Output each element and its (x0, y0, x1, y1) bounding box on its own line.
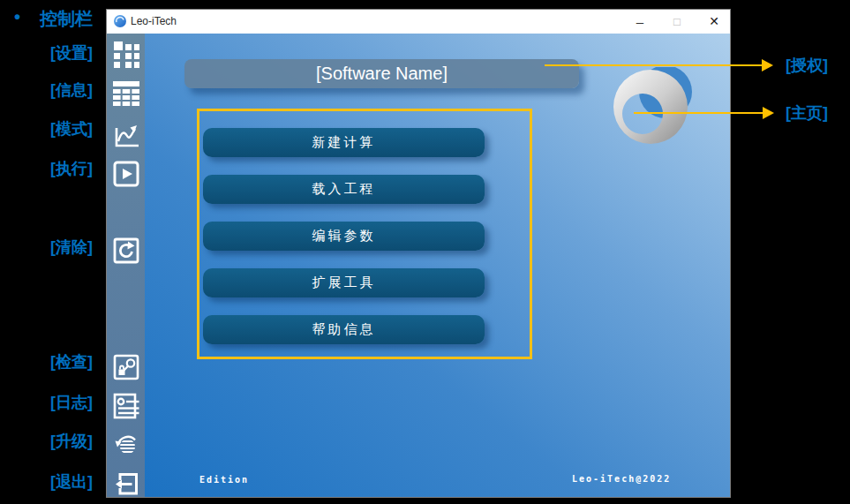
sidebar-item-log[interactable] (113, 393, 139, 419)
play-icon (113, 161, 139, 187)
annotation-control-bar: 控制栏 (40, 7, 93, 31)
sidebar-item-upgrade[interactable] (113, 432, 139, 458)
annotation-log: [日志] (50, 392, 93, 413)
annotation-clear: [清除] (50, 237, 93, 258)
extension-tools-button[interactable]: 扩展工具 (203, 268, 485, 297)
annotation-upgrade: [升级] (50, 431, 93, 452)
lock-key-icon (113, 354, 139, 380)
sidebar-item-exit[interactable] (113, 470, 139, 497)
annotation-run: [执行] (50, 158, 93, 179)
home-arrow (634, 107, 775, 119)
sidebar (107, 34, 145, 497)
copyright-label: Leo-iTech@2022 (572, 474, 671, 484)
annotation-home: [主页] (786, 102, 828, 124)
app-logo-icon (114, 15, 126, 27)
sidebar-item-check[interactable] (113, 354, 139, 380)
edition-label: Edition (199, 475, 249, 485)
close-button[interactable]: ✕ (703, 10, 726, 34)
annotation-exit: [退出] (50, 471, 93, 493)
edit-parameters-button[interactable]: 编辑参数 (203, 222, 485, 251)
sidebar-item-info[interactable] (113, 79, 139, 106)
sidebar-item-mode[interactable] (113, 122, 139, 148)
software-name-banner: [Software Name] (184, 59, 579, 88)
sync-sphere-icon (113, 432, 139, 458)
sidebar-item-clear[interactable] (113, 237, 139, 264)
arrow-head-icon (763, 107, 774, 119)
grid-icon (113, 41, 139, 68)
arrow-head-icon (762, 59, 773, 71)
curve-chart-icon (113, 122, 139, 148)
annotation-check: [检查] (50, 351, 93, 372)
annotation-license: [授权] (786, 55, 828, 76)
document-lines-icon (113, 393, 139, 419)
window-title: Leo-iTech (131, 15, 177, 27)
annotation-mode: [模式] (50, 118, 93, 139)
bullet-point: • (14, 7, 20, 27)
app-window: Leo-iTech – □ ✕ (106, 9, 731, 498)
logout-icon (113, 470, 139, 497)
annotation-settings: [设置] (50, 42, 93, 64)
sidebar-item-run[interactable] (113, 161, 139, 187)
refresh-icon (113, 237, 139, 264)
sidebar-item-settings[interactable] (113, 41, 139, 68)
load-project-button[interactable]: 载入工程 (203, 175, 485, 204)
license-arrow (545, 59, 774, 71)
titlebar: Leo-iTech – □ ✕ (107, 10, 730, 34)
new-calculation-button[interactable]: 新建计算 (203, 128, 485, 157)
table-icon (113, 79, 139, 106)
arrow-shaft (545, 64, 762, 66)
minimize-button[interactable]: – (628, 10, 651, 34)
main-area: [Software Name] 新建计算 载入工程 编辑参数 扩展工具 帮助信息… (145, 34, 730, 497)
annotation-info: [信息] (50, 79, 93, 101)
maximize-button[interactable]: □ (666, 10, 688, 34)
arrow-shaft (634, 112, 763, 114)
help-info-button[interactable]: 帮助信息 (203, 315, 485, 344)
